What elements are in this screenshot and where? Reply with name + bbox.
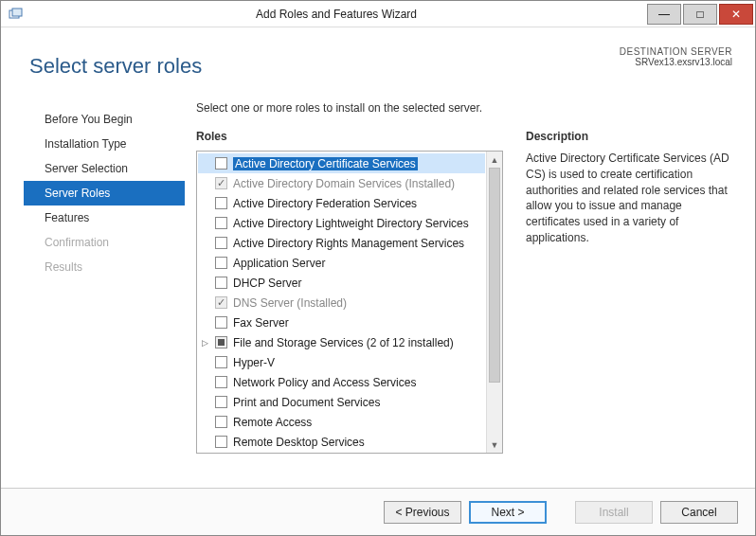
role-row[interactable]: Remote Access [198, 412, 485, 432]
window-title: Add Roles and Features Wizard [26, 8, 647, 21]
role-label: DNS Server (Installed) [233, 296, 347, 310]
close-button[interactable]: ✕ [719, 4, 753, 25]
role-checkbox[interactable] [215, 197, 227, 209]
role-row[interactable]: Active Directory Certificate Services [198, 153, 485, 173]
role-row[interactable]: DHCP Server [198, 273, 485, 293]
role-checkbox[interactable] [215, 416, 227, 428]
description-text: Active Directory Certificate Services (A… [526, 151, 732, 246]
role-row[interactable]: DNS Server (Installed) [198, 293, 485, 313]
role-label: DHCP Server [233, 277, 301, 290]
role-label: Remote Desktop Services [233, 436, 365, 449]
role-row[interactable]: Active Directory Rights Management Servi… [198, 233, 485, 253]
role-row[interactable]: Active Directory Domain Services (Instal… [198, 173, 485, 193]
nav-item-confirmation: Confirmation [24, 230, 185, 255]
role-checkbox[interactable] [215, 157, 227, 170]
role-label: Active Directory Domain Services (Instal… [233, 177, 455, 190]
roles-listbox[interactable]: Active Directory Certificate ServicesAct… [196, 151, 503, 454]
role-label: Active Directory Lightweight Directory S… [233, 217, 469, 230]
page-title: Select server roles [29, 54, 732, 79]
role-checkbox[interactable] [215, 436, 227, 448]
nav-item-installation-type[interactable]: Installation Type [24, 132, 185, 156]
role-row[interactable]: Print and Document Services [198, 392, 485, 412]
role-checkbox[interactable] [215, 217, 227, 229]
app-icon [7, 5, 26, 24]
instruction-text: Select one or more roles to install on t… [196, 101, 732, 115]
minimize-button[interactable]: — [647, 4, 681, 25]
role-row[interactable]: Remote Desktop Services [198, 432, 485, 452]
install-button: Install [575, 501, 653, 524]
role-label: Active Directory Federation Services [233, 197, 417, 210]
role-checkbox[interactable] [215, 376, 227, 388]
next-button[interactable]: Next > [469, 501, 547, 524]
expander-icon[interactable]: ▷ [202, 338, 208, 348]
role-checkbox[interactable] [215, 356, 227, 368]
roles-scrollbar[interactable]: ▲ ▼ [486, 152, 502, 453]
role-row[interactable]: Active Directory Federation Services [198, 193, 485, 213]
scroll-up-icon[interactable]: ▲ [487, 152, 502, 168]
role-checkbox[interactable] [215, 396, 227, 408]
role-label: Remote Access [233, 416, 312, 429]
role-label: Print and Document Services [233, 396, 380, 409]
title-bar: Add Roles and Features Wizard — □ ✕ [1, 1, 755, 27]
svg-rect-1 [12, 9, 22, 16]
role-row[interactable]: Application Server [198, 253, 485, 273]
nav-item-server-selection[interactable]: Server Selection [24, 156, 185, 181]
role-row[interactable]: ▷File and Storage Services (2 of 12 inst… [198, 332, 485, 352]
role-row[interactable]: Network Policy and Access Services [198, 372, 485, 392]
nav-item-results: Results [24, 255, 185, 279]
cancel-button[interactable]: Cancel [660, 501, 738, 524]
role-label: Fax Server [233, 316, 289, 330]
role-checkbox [215, 296, 227, 309]
scroll-thumb[interactable] [489, 168, 500, 383]
role-checkbox[interactable] [215, 237, 227, 249]
maximize-button[interactable]: □ [683, 4, 717, 25]
role-label: Hyper-V [233, 356, 275, 369]
role-checkbox[interactable] [215, 316, 227, 329]
nav-item-before-you-begin[interactable]: Before You Begin [24, 107, 185, 132]
nav-item-features[interactable]: Features [24, 205, 185, 230]
role-label: Active Directory Rights Management Servi… [233, 237, 464, 250]
role-label: Application Server [233, 257, 325, 270]
role-checkbox[interactable] [215, 336, 227, 348]
nav-item-server-roles[interactable]: Server Roles [24, 181, 185, 205]
roles-label: Roles [196, 130, 503, 143]
role-label: Active Directory Certificate Services [233, 157, 418, 170]
role-row[interactable]: Fax Server [198, 313, 485, 332]
role-label: Network Policy and Access Services [233, 376, 416, 389]
wizard-footer: < Previous Next > Install Cancel [1, 488, 755, 535]
role-checkbox[interactable] [215, 257, 227, 269]
scroll-down-icon[interactable]: ▼ [487, 437, 502, 453]
previous-button[interactable]: < Previous [384, 501, 461, 524]
wizard-nav: Before You BeginInstallation TypeServer … [24, 101, 185, 454]
role-row[interactable]: Hyper-V [198, 352, 485, 372]
role-checkbox[interactable] [215, 277, 227, 289]
role-label: File and Storage Services (2 of 12 insta… [233, 336, 454, 349]
role-row[interactable]: Active Directory Lightweight Directory S… [198, 213, 485, 233]
role-checkbox [215, 177, 227, 189]
description-label: Description [526, 130, 732, 143]
